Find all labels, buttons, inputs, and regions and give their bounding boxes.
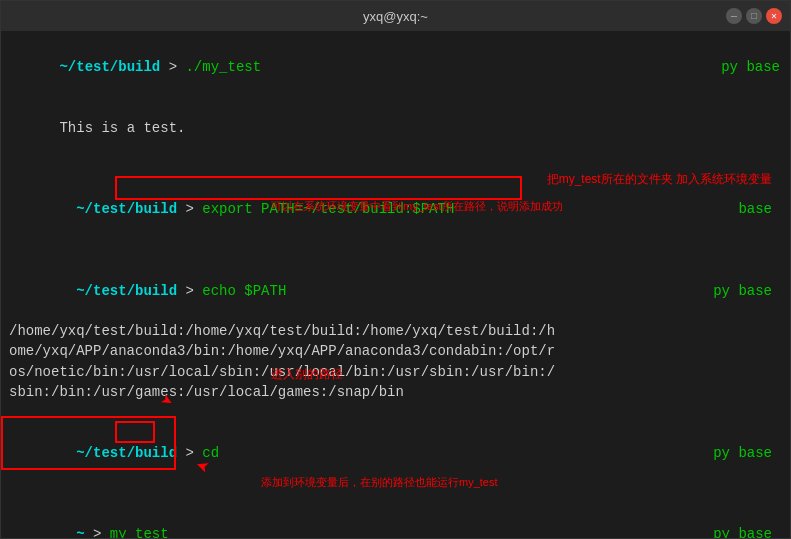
py-base-mytest: py base bbox=[713, 524, 772, 538]
maximize-button[interactable]: □ bbox=[746, 8, 762, 24]
blank-3 bbox=[9, 402, 782, 422]
py-base-1: py base bbox=[721, 57, 780, 77]
minimize-button[interactable]: — bbox=[726, 8, 742, 24]
mytest-line-container: ~ > my_testpy base bbox=[9, 504, 782, 538]
run-annotation-text: 添加到环境变量后，在别的路径也能运行my_test bbox=[261, 475, 498, 490]
path-line-2: ome/yxq/APP/anaconda3/bin:/home/yxq/APP/… bbox=[9, 341, 782, 361]
prompt-path-1: ~/test/build bbox=[59, 59, 160, 75]
path-line-1: /home/yxq/test/build:/home/yxq/test/buil… bbox=[9, 321, 782, 341]
path-annotation-text: 可以在系统环境变量中看到my_test所在路径，说明添加成功 bbox=[271, 199, 563, 214]
echo-line-container: ~/test/build > echo $PATHpy base bbox=[9, 260, 782, 321]
blank-1 bbox=[9, 159, 782, 179]
title-buttons: — □ ✕ bbox=[726, 8, 782, 24]
line-2: This is a test. bbox=[9, 98, 782, 159]
cd-annotation-text: 进入别的路径 bbox=[271, 366, 343, 383]
line-1: ~/test/build > ./my_testpy base bbox=[9, 37, 782, 98]
base-label: base bbox=[738, 199, 772, 219]
terminal-window: yxq@yxq:~ — □ ✕ ~/test/build > ./my_test… bbox=[0, 0, 791, 539]
title-bar: yxq@yxq:~ — □ ✕ bbox=[1, 1, 790, 31]
terminal-body: ~/test/build > ./my_testpy base This is … bbox=[1, 31, 790, 538]
path-line-3: os/noetic/bin:/usr/local/sbin:/usr/local… bbox=[9, 362, 782, 382]
path-line-4: sbin:/bin:/usr/games:/usr/local/games:/s… bbox=[9, 382, 782, 402]
py-base-cd: py base bbox=[713, 443, 772, 463]
blank-2 bbox=[9, 240, 782, 260]
line-mytest: ~ > my_testpy base bbox=[9, 504, 782, 538]
line-echo: ~/test/build > echo $PATHpy base bbox=[9, 260, 782, 321]
title-text: yxq@yxq:~ bbox=[363, 9, 428, 24]
py-base-echo: py base bbox=[713, 281, 772, 301]
close-button[interactable]: ✕ bbox=[766, 8, 782, 24]
